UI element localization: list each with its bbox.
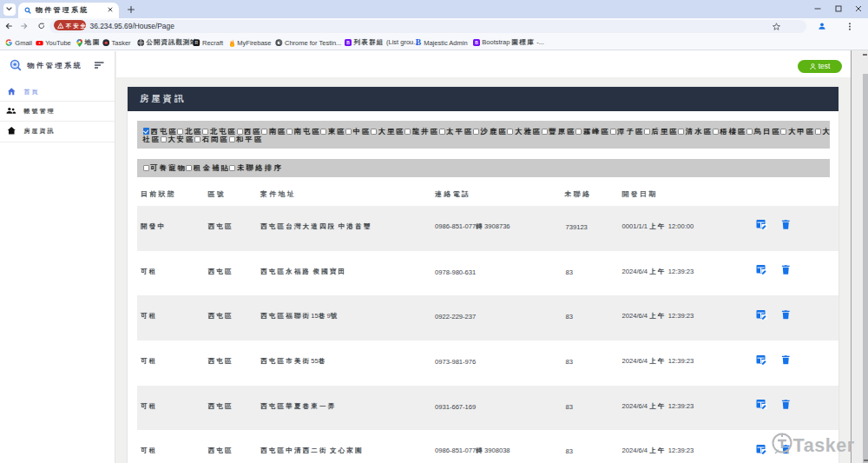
svg-text:B: B	[346, 40, 350, 45]
svg-text:R: R	[194, 41, 198, 45]
svg-text:B: B	[475, 40, 478, 45]
